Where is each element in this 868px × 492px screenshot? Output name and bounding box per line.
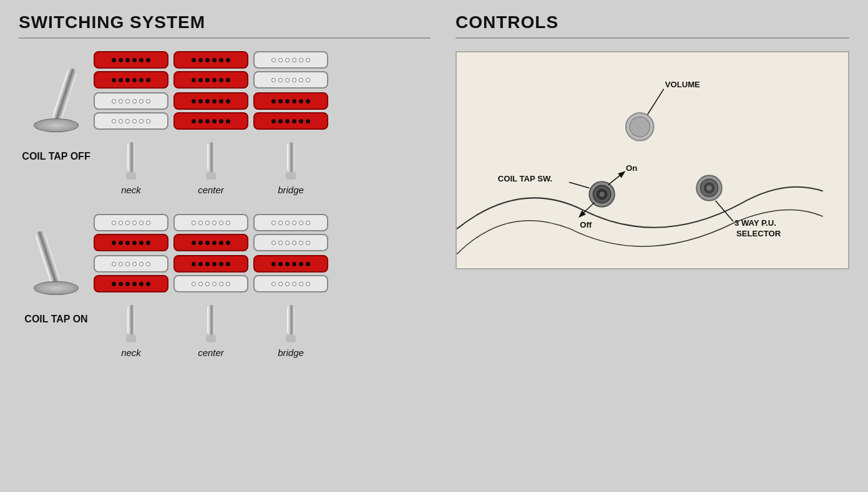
dot [306,99,310,104]
pickup-bridge-on-1 [253,214,328,251]
dot [146,119,150,123]
dot [205,78,210,82]
dot [112,78,116,82]
dot [285,282,290,286]
dot [278,78,283,82]
bridge-label-off: bridge [253,185,328,195]
dot [226,58,230,62]
dot [212,78,217,82]
dot [306,262,310,266]
dot [119,241,123,245]
dot [292,99,296,104]
dot [146,282,150,286]
coil-bridge-bot-on-2 [253,275,328,292]
coil-neck-top-on-1 [94,214,168,231]
dot [299,119,303,123]
coil-center-top-on-1 [173,214,248,231]
dot [132,119,137,123]
dot [192,119,196,123]
dot [125,99,130,104]
switch-icons-on [94,305,328,342]
dot [192,262,196,266]
coil-tap-on-label: COIL TAP ON [24,314,87,325]
coil-neck-bot-off-2 [94,112,168,130]
dot [278,221,283,225]
pickup-row-off-1 [94,51,328,89]
dot [125,78,130,82]
dot [299,241,303,245]
dot [292,78,296,82]
coil-bridge-bot-on-1 [253,234,328,251]
dot [119,99,123,104]
dot [125,221,130,225]
main-container: SWITCHING SYSTEM COIL TAP OFF [0,0,868,377]
neck-switch-off [94,142,168,180]
dot [125,282,130,286]
dot [226,282,230,286]
left-panel: SWITCHING SYSTEM COIL TAP OFF [19,12,443,364]
dot [299,262,303,266]
dot [212,99,217,104]
dot [139,241,144,245]
dot [139,78,144,82]
toggle-on-area: COIL TAP ON [19,214,94,325]
dot [205,241,210,245]
svg-rect-12 [457,52,848,267]
coil-bridge-bot-off-2 [253,112,328,130]
dot [119,262,123,266]
section-spacer [19,201,431,214]
pickup-neck-on-1 [94,214,168,251]
dot [226,241,230,245]
svg-rect-7 [126,335,136,342]
dot [212,282,217,286]
dot [192,282,196,286]
dot [212,119,217,123]
toggle-off-switch [25,57,87,132]
dot [112,221,116,225]
bridge-switch-on [253,305,328,342]
center-label-off: center [173,185,248,195]
dot [226,262,230,266]
dot [219,58,223,62]
position-labels-off: neck center bridge [94,185,328,195]
pickup-center-off-1 [173,51,248,89]
svg-rect-6 [127,305,135,335]
dot [146,241,150,245]
dot [271,58,276,62]
dot [132,262,137,266]
pickup-center-off-2 [173,92,248,130]
right-panel: CONTROLS VOLUME COIL TAP SW. [443,12,849,364]
selector-label-1: 3 WAY P.U. [734,218,776,228]
dot [271,119,276,123]
dot [139,282,144,286]
dot [132,58,137,62]
coil-center-bot-off-2 [173,112,248,130]
dot [119,58,123,62]
controls-title: CONTROLS [456,12,849,32]
dot [306,221,310,225]
dot [146,99,150,104]
coil-neck-top-on-2 [94,255,168,273]
svg-rect-11 [286,335,296,342]
dot [278,99,283,104]
center-switch-off [173,142,248,180]
dot [278,241,283,245]
coil-center-top-off-1 [173,51,248,69]
dot [125,119,130,123]
dot [192,99,196,104]
selector-label-2: SELECTOR [736,229,781,238]
dot [192,221,196,225]
dot [226,99,230,104]
dot [271,241,276,245]
dot [278,282,283,286]
dot [306,282,310,286]
dot [205,58,210,62]
dot [271,262,276,266]
coil-center-top-off-2 [173,92,248,110]
coil-tap-off-label: COIL TAP OFF [22,151,90,162]
dot [112,119,116,123]
dot [278,119,283,123]
neck-switch-on [94,305,168,342]
dot [146,262,150,266]
position-labels-on: neck center bridge [94,347,328,358]
